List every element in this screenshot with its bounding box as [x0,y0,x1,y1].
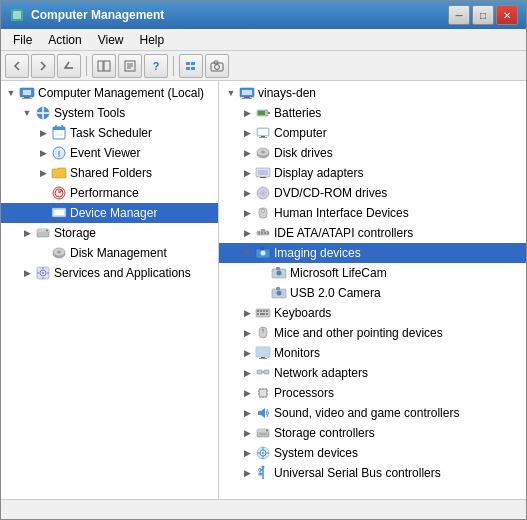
svg-rect-10 [186,67,190,70]
expand-disk-drives[interactable]: ▶ [239,145,255,161]
r-item-batteries[interactable]: ▶ Batteries [219,103,526,123]
label-system-devices: System devices [274,446,358,460]
tree-item-services-apps[interactable]: ▶ Services and Applications [1,263,218,283]
svg-rect-60 [259,137,267,138]
expand-imaging-devices[interactable]: ▼ [239,245,255,261]
expand-services-apps[interactable]: ▶ [19,265,35,281]
tree-item-event-viewer[interactable]: ▶ ! Event Viewer [1,143,218,163]
svg-rect-59 [261,136,265,137]
show-hide-console-tree[interactable] [92,54,116,78]
close-button[interactable]: ✕ [496,5,518,25]
expand-storage[interactable]: ▶ [19,225,35,241]
label-keyboards: Keyboards [274,306,331,320]
r-item-dvd-drives[interactable]: ▶ DVD/CD-ROM drives [219,183,526,203]
svg-rect-53 [242,98,252,99]
right-panel[interactable]: ▼ vinays-den ▶ [219,81,526,499]
r-item-display-adapters[interactable]: ▶ Display adapters [219,163,526,183]
menu-view[interactable]: View [90,31,132,49]
up-button[interactable] [57,54,81,78]
r-item-keyboards[interactable]: ▶ Keyboards [219,303,526,323]
label-performance: Performance [70,186,139,200]
tree-item-storage[interactable]: ▶ Storage [1,223,218,243]
svg-rect-2 [98,61,103,71]
tree-item-disk-management[interactable]: Disk Management [1,243,218,263]
menu-bar: File Action View Help [1,29,526,51]
r-item-network-adapters[interactable]: ▶ Network adapters [219,363,526,383]
r-item-usb-controllers[interactable]: ▶ Universal Serial Bus controllers [219,463,526,483]
expand-vinays-den[interactable]: ▼ [223,85,239,101]
tree-item-system-tools[interactable]: ▼ System Tools [1,103,218,123]
expand-keyboards[interactable]: ▶ [239,305,255,321]
svg-point-13 [215,64,220,69]
svg-point-121 [266,430,268,432]
icon-network-adapters [255,365,271,381]
menu-help[interactable]: Help [132,31,173,49]
expand-storage-controllers[interactable]: ▶ [239,425,255,441]
r-item-disk-drives[interactable]: ▶ Disk drives [219,143,526,163]
expand-event-viewer[interactable]: ▶ [35,145,51,161]
r-item-processors[interactable]: ▶ [219,383,526,403]
r-item-computer[interactable]: ▶ Computer [219,123,526,143]
expand-processors[interactable]: ▶ [239,385,255,401]
label-network-adapters: Network adapters [274,366,368,380]
expand-shared-folders[interactable]: ▶ [35,165,51,181]
menu-file[interactable]: File [5,31,40,49]
tree-item-device-manager[interactable]: Device Manager [1,203,218,223]
r-item-mice[interactable]: ▶ Mice and other pointing devices [219,323,526,343]
r-item-usb-camera[interactable]: USB 2.0 Camera [219,283,526,303]
label-imaging-devices: Imaging devices [274,246,361,260]
icon-usb-controllers [255,465,271,481]
svg-rect-91 [263,310,265,312]
expand-cm-local[interactable]: ▼ [3,85,19,101]
r-item-sound[interactable]: ▶ Sound, video and game controllers [219,403,526,423]
expand-monitors[interactable]: ▶ [239,345,255,361]
expand-mice[interactable]: ▶ [239,325,255,341]
svg-rect-58 [258,129,268,135]
svg-point-86 [277,291,282,296]
tree-item-shared-folders[interactable]: ▶ Shared Folders [1,163,218,183]
expand-network-adapters[interactable]: ▶ [239,365,255,381]
r-item-storage-controllers[interactable]: ▶ Storage controllers [219,423,526,443]
minimize-button[interactable]: ─ [448,5,470,25]
tree-item-performance[interactable]: Performance [1,183,218,203]
expand-computer[interactable]: ▶ [239,125,255,141]
svg-rect-18 [22,98,32,99]
icon-processors [255,385,271,401]
svg-rect-84 [276,267,280,270]
help-button[interactable]: ? [144,54,168,78]
expand-sound[interactable]: ▶ [239,405,255,421]
tree-item-task-scheduler[interactable]: ▶ Task Scheduler [1,123,218,143]
r-item-imaging-devices[interactable]: ▼ Imaging devices [219,243,526,263]
label-event-viewer: Event Viewer [70,146,140,160]
camera-button[interactable] [205,54,229,78]
left-panel[interactable]: ▼ Computer Management (Local) ▼ [1,81,219,499]
expand-hid[interactable]: ▶ [239,205,255,221]
svg-rect-107 [260,390,266,396]
r-item-hid[interactable]: ▶ Human Interface Devices [219,203,526,223]
expand-task-scheduler[interactable]: ▶ [35,125,51,141]
icon-monitors [255,345,271,361]
expand-batteries[interactable]: ▶ [239,105,255,121]
expand-ide[interactable]: ▶ [239,225,255,241]
view-button[interactable] [179,54,203,78]
expand-system-tools[interactable]: ▼ [19,105,35,121]
back-button[interactable] [5,54,29,78]
icon-vinays-den [239,85,255,101]
r-item-lifecam[interactable]: Microsoft LifeCam [219,263,526,283]
label-task-scheduler: Task Scheduler [70,126,152,140]
svg-text:!: ! [58,149,61,159]
r-item-system-devices[interactable]: ▶ System devices [219,443,526,463]
icon-shared-folders [51,165,67,181]
expand-system-devices[interactable]: ▶ [239,445,255,461]
maximize-button[interactable]: □ [472,5,494,25]
expand-display-adapters[interactable]: ▶ [239,165,255,181]
r-item-monitors[interactable]: ▶ Monitors [219,343,526,363]
menu-action[interactable]: Action [40,31,89,49]
forward-button[interactable] [31,54,55,78]
expand-usb-controllers[interactable]: ▶ [239,465,255,481]
tree-item-cm-local[interactable]: ▼ Computer Management (Local) [1,83,218,103]
r-item-ide[interactable]: ▶ IDE ATA/ATAPI controllers [219,223,526,243]
r-item-vinays-den[interactable]: ▼ vinays-den [219,83,526,103]
expand-dvd-drives[interactable]: ▶ [239,185,255,201]
properties-button[interactable] [118,54,142,78]
